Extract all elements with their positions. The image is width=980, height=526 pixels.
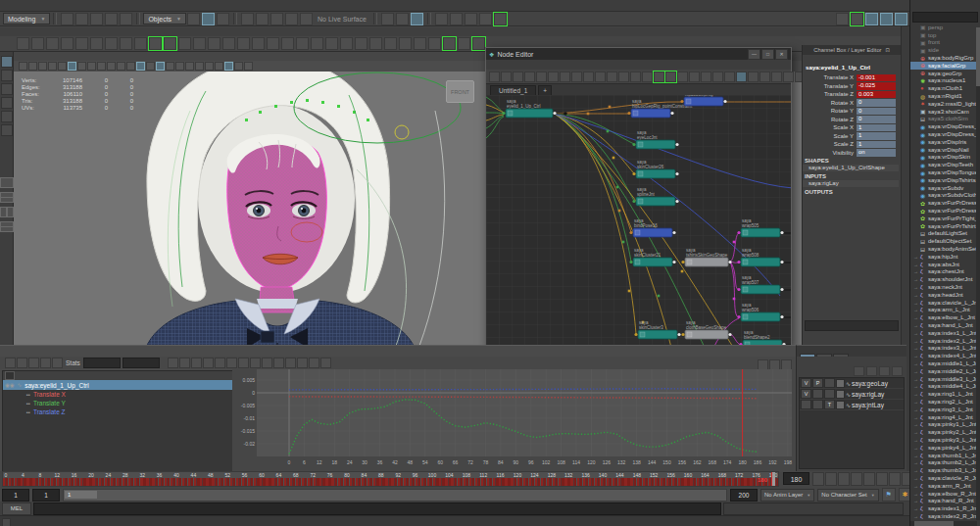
channel-value-field[interactable]: -0.025 bbox=[857, 82, 896, 90]
layer-visibility-toggle[interactable] bbox=[801, 400, 811, 409]
node-editor-toolbar-icon[interactable] bbox=[783, 72, 794, 82]
outliner-item[interactable]: saya:vrFurPrDress_005_sho bbox=[910, 207, 980, 215]
poly-cube-icon[interactable] bbox=[46, 37, 59, 50]
outliner-horizontal-scrollbar[interactable] bbox=[910, 521, 977, 526]
play-backwards-button[interactable] bbox=[851, 472, 862, 486]
outliner-item[interactable]: saya:ring3_L_Jnt bbox=[910, 406, 980, 413]
node-editor-toolbar-icon[interactable] bbox=[560, 72, 570, 82]
new-scene-icon[interactable] bbox=[61, 13, 74, 25]
node-editor-toolbar-icon[interactable] bbox=[736, 72, 747, 82]
selected-object-name[interactable]: saya:eyelid_1_Up_Ctrl bbox=[803, 64, 901, 72]
poly-cylinder-icon[interactable] bbox=[61, 37, 74, 50]
command-language-toggle[interactable]: MEL bbox=[2, 502, 31, 515]
layout-two-pane-button[interactable] bbox=[0, 221, 14, 232]
viewport-toolbar-icon[interactable] bbox=[215, 62, 223, 71]
close-icon[interactable]: ✕ bbox=[775, 49, 788, 60]
selection-mask-selector[interactable]: Objects▼ bbox=[143, 13, 186, 24]
outliner-item[interactable]: saya:thumb1_L_Jnt bbox=[910, 452, 980, 459]
layer-button-icon[interactable] bbox=[854, 366, 864, 376]
viewport-toolbar-icon[interactable] bbox=[146, 62, 155, 71]
viewport-toolbar-icon[interactable] bbox=[185, 62, 194, 71]
tangent-type-icon[interactable] bbox=[203, 358, 214, 368]
node-editor-toolbar-icon[interactable] bbox=[712, 72, 723, 82]
viewport-toolbar-icon[interactable] bbox=[205, 62, 214, 71]
viewport-toolbar-icon[interactable] bbox=[166, 62, 174, 71]
layout-three-pane-button[interactable] bbox=[0, 207, 14, 217]
outliner-item[interactable]: saya:middle3_L_Jnt bbox=[910, 375, 980, 383]
tangent-type-icon[interactable] bbox=[215, 358, 225, 368]
multi-cut-icon[interactable] bbox=[296, 37, 309, 50]
tangent-type-icon[interactable] bbox=[320, 358, 331, 368]
modeling-toolkit-icon[interactable] bbox=[836, 13, 849, 25]
outliner-item[interactable]: saya:neckJnt bbox=[910, 283, 980, 291]
input-node-name[interactable]: saya:rigLay bbox=[803, 180, 899, 187]
viewport-toolbar-icon[interactable] bbox=[28, 62, 37, 71]
graph-editor-tool-icon[interactable] bbox=[17, 358, 27, 368]
graph-editor-tool-icon[interactable] bbox=[52, 358, 63, 368]
outliner-item[interactable]: saya:facialGrp bbox=[910, 62, 980, 70]
poly-plane-icon[interactable] bbox=[105, 37, 118, 50]
menu-set-selector[interactable]: Modeling▼ bbox=[3, 13, 50, 24]
node-editor-toolbar-icon[interactable] bbox=[724, 72, 735, 82]
tangent-type-icon[interactable] bbox=[191, 358, 202, 368]
outliner-item[interactable]: saya:headJnt bbox=[910, 291, 980, 299]
graph-editor-channel-row[interactable]: ▪▪Translate X bbox=[3, 390, 232, 399]
viewport-toolbar-icon[interactable] bbox=[48, 62, 57, 71]
construction-history-icon[interactable] bbox=[411, 13, 423, 25]
layer-display-type-toggle[interactable] bbox=[824, 389, 835, 399]
node-editor-toolbar-icon[interactable] bbox=[760, 72, 770, 82]
graph-editor-tool-icon[interactable] bbox=[28, 358, 39, 368]
render-settings-icon[interactable] bbox=[479, 13, 492, 25]
layer-editor-tab[interactable] bbox=[833, 354, 849, 357]
node-editor-toolbar-icon[interactable] bbox=[513, 72, 523, 82]
outliner-item[interactable]: saya:arm_L_Jnt bbox=[910, 306, 980, 313]
viewport-toolbar-icon[interactable] bbox=[156, 62, 165, 71]
node-editor-toolbar-icon[interactable] bbox=[748, 72, 759, 82]
viewport-toolbar-icon[interactable] bbox=[136, 62, 145, 71]
lasso-tool-icon[interactable] bbox=[1, 70, 13, 81]
extract-icon[interactable] bbox=[252, 37, 265, 50]
outliner-item[interactable]: saya:vrDispTeeth bbox=[910, 161, 980, 168]
tangent-type-icon[interactable] bbox=[168, 358, 178, 368]
snap-view-plane-icon[interactable] bbox=[300, 13, 313, 25]
outliner-item[interactable]: persp bbox=[910, 24, 980, 31]
time-slider[interactable]: 0481216202428323640444852566064687276808… bbox=[2, 471, 779, 487]
launch-render-icon[interactable] bbox=[494, 13, 507, 25]
layer-editor-tab[interactable] bbox=[800, 354, 815, 357]
outliner-search-input[interactable] bbox=[912, 12, 978, 23]
outliner-item[interactable]: saya:pinky2_L_Jnt bbox=[910, 428, 980, 436]
node-editor-tab[interactable]: Untitled_1 bbox=[490, 85, 536, 95]
tangent-type-icon[interactable] bbox=[238, 358, 249, 368]
saya:rigLay[interactable]: V∿saya:rigLay bbox=[800, 389, 904, 400]
outliner-item[interactable]: saya:vrFurPrTight_001 bbox=[910, 215, 980, 222]
node-editor-toolbar-icon[interactable] bbox=[618, 72, 629, 82]
node-editor-toolbar-icon[interactable] bbox=[771, 72, 782, 82]
tangent-type-icon[interactable] bbox=[273, 358, 284, 368]
snap-grid-icon[interactable] bbox=[241, 13, 254, 25]
fill-hole-icon[interactable] bbox=[267, 37, 279, 50]
poly-text-icon[interactable] bbox=[149, 37, 162, 50]
layer-button-icon[interactable] bbox=[866, 366, 877, 376]
outliner-item[interactable]: top bbox=[910, 31, 980, 39]
node-editor-toolbar-icon[interactable] bbox=[677, 72, 688, 82]
outliner-item[interactable]: saya:vrDispTshirts bbox=[910, 176, 980, 184]
poly-type-icon[interactable] bbox=[164, 37, 176, 50]
current-time-indicator[interactable] bbox=[771, 472, 775, 487]
outliner-item[interactable]: saya:bodyRigGrp bbox=[910, 54, 980, 62]
node-editor-toolbar-icon[interactable] bbox=[654, 72, 664, 82]
layer-color-chip[interactable] bbox=[836, 390, 845, 399]
layer-playback-toggle[interactable] bbox=[812, 389, 823, 399]
boolean-difference-icon[interactable] bbox=[208, 37, 220, 50]
outliner-item[interactable]: saya:vrSubdv bbox=[910, 184, 980, 192]
insert-edge-loop-icon[interactable] bbox=[311, 37, 323, 50]
animation-start-field[interactable]: 1 bbox=[2, 489, 29, 502]
layer-color-chip[interactable] bbox=[836, 379, 845, 388]
outliner-item[interactable]: saya:vrDispNail bbox=[910, 146, 980, 154]
viewport-toolbar-icon[interactable] bbox=[244, 62, 253, 71]
mute-icon[interactable]: ▪▪ bbox=[26, 392, 30, 398]
command-input-field[interactable] bbox=[33, 502, 721, 515]
channel-value-field[interactable]: 0.003 bbox=[857, 91, 896, 99]
node-editor-toolbar-icon[interactable] bbox=[524, 72, 535, 82]
poly-platonic-icon[interactable] bbox=[134, 37, 147, 50]
node-editor-toolbar-icon[interactable] bbox=[583, 72, 594, 82]
